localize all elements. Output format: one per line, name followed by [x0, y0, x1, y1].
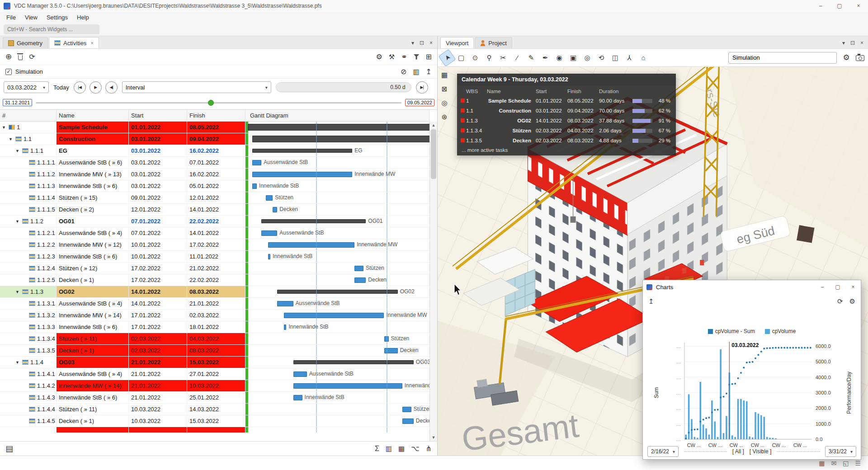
task-row[interactable]: 1.1.2.4Stützen ( » 12)17.02.202221.02.20… — [0, 263, 429, 274]
sum-icon[interactable]: Σ — [375, 445, 379, 452]
task-row[interactable]: 1.1.3.2Innenwände MW ( » 14)17.01.202202… — [0, 310, 429, 321]
gantt-bar[interactable] — [268, 254, 270, 259]
expand-arrow-icon[interactable]: ▼ — [15, 290, 20, 294]
task-row-partial[interactable] — [0, 427, 429, 432]
gantt-bar[interactable] — [266, 195, 273, 201]
gantt-bar[interactable] — [252, 149, 352, 153]
float-panel-icon[interactable]: ⊡ — [420, 40, 424, 46]
task-row[interactable]: ▼1.1.2OG0107.01.202222.02.2022OG01 — [0, 216, 429, 227]
minimize-button[interactable]: – — [811, 0, 830, 12]
box-select-icon[interactable]: ▢ — [455, 52, 467, 64]
expand-arrow-icon[interactable]: ▼ — [15, 219, 20, 224]
task-row[interactable]: ▼1.1.1EG03.01.202216.02.2022EG — [0, 145, 429, 157]
task-row[interactable]: 1.1.1.2Innenwände MW ( » 13)03.01.202216… — [0, 169, 429, 180]
expand-arrow-icon[interactable]: ▼ — [2, 125, 7, 130]
crossed-box-icon[interactable]: ⊠ — [442, 85, 448, 92]
org-chart-icon[interactable]: ⋔ — [426, 445, 432, 452]
step-back-button[interactable]: ◀| — [105, 81, 118, 94]
menu-help[interactable]: Help — [72, 14, 94, 21]
screenshot-camera-icon[interactable] — [856, 55, 864, 61]
column-header-start[interactable]: Start — [129, 110, 187, 121]
gantt-bar[interactable] — [277, 290, 397, 294]
gantt-bar[interactable] — [293, 383, 402, 389]
tab-activities[interactable]: Activities × — [49, 37, 99, 48]
scroll-down-icon[interactable]: ▼ — [430, 435, 437, 440]
more-active-tasks-link[interactable]: ... more active tasks — [461, 146, 672, 153]
close-panel-icon[interactable]: × — [429, 40, 433, 46]
float-panel-icon[interactable]: ⊡ — [850, 40, 855, 46]
block-icon[interactable]: ⊘ — [401, 68, 406, 75]
gantt-bar[interactable] — [354, 277, 366, 283]
scrollbar-thumb[interactable] — [431, 129, 436, 179]
chart-settings-gear-icon[interactable]: ⚙ — [849, 298, 855, 305]
task-row[interactable]: ▼1Sample Schedule01.01.202208.05.2022 — [0, 122, 429, 133]
interval-select[interactable]: Interval ▾ — [122, 81, 271, 93]
tab-project[interactable]: Project — [475, 37, 512, 48]
tray-menu-icon[interactable]: ☰ — [855, 460, 861, 466]
gantt-bar[interactable] — [252, 172, 352, 177]
cut-scissors-icon[interactable]: ✂ — [497, 52, 509, 64]
gantt-bar[interactable] — [268, 242, 354, 248]
gantt-bar[interactable] — [354, 266, 363, 271]
add-icon[interactable]: ⊕ — [5, 53, 12, 61]
calendar-task-row[interactable]: 1.1.3OG0214.01.202208.03.202237.88 days9… — [461, 116, 672, 126]
home-view-icon[interactable]: ⌂ — [637, 52, 649, 64]
calendar-task-row[interactable]: 1.1Construction03.01.202209.04.202270.00… — [461, 106, 672, 116]
section-plane-icon[interactable]: ◫ — [609, 52, 621, 64]
select-cursor-icon[interactable]: ➤ — [439, 49, 455, 66]
gantt-bar[interactable] — [284, 313, 384, 318]
gear-circle-icon[interactable]: ⊛ — [442, 113, 448, 120]
mini-table-icon[interactable]: ▦ — [441, 71, 448, 78]
zoom-icon[interactable]: ⊙ — [469, 52, 481, 64]
menu-file[interactable]: File — [2, 14, 20, 21]
gantt-bar[interactable] — [402, 418, 414, 424]
timeline-slider[interactable] — [36, 97, 401, 108]
column-header-name[interactable]: Name — [57, 110, 129, 121]
minimize-button[interactable]: – — [815, 280, 830, 294]
today-button[interactable]: Today — [53, 84, 69, 91]
gantt-bar[interactable] — [261, 230, 277, 236]
trash-icon[interactable] — [18, 55, 23, 60]
task-row[interactable]: 1.1.3.3Innenwände StB ( » 6)17.01.202218… — [0, 321, 429, 333]
menu-settings[interactable]: Settings — [42, 14, 72, 21]
chart-column-icon[interactable]: ▥ — [413, 68, 419, 75]
link-icon[interactable]: ⚭ — [401, 53, 407, 61]
simulation-checkbox[interactable]: ✓ — [5, 69, 12, 75]
widget-search-input[interactable] — [4, 24, 99, 34]
pen-icon[interactable]: ✎ — [525, 52, 537, 64]
export-chart-icon[interactable]: ↥ — [648, 298, 654, 305]
skip-start-button[interactable]: |◀ — [74, 81, 86, 94]
task-row[interactable]: 1.1.2.3Innenwände StB ( » 6)10.01.202211… — [0, 251, 429, 263]
task-row[interactable]: 1.1.1.4Stützen ( » 15)09.01.202212.01.20… — [0, 192, 429, 204]
camera-view-icon[interactable]: ▣ — [567, 52, 579, 64]
orbit-icon[interactable]: ⟲ — [595, 52, 607, 64]
tools-wrench-icon[interactable]: ⚒ — [389, 53, 395, 60]
tree-icon[interactable]: ⌥ — [411, 445, 419, 452]
table-scrollbar[interactable]: ▲ ▼ — [429, 122, 437, 441]
step-forward-button[interactable]: ▶| — [416, 81, 428, 94]
refresh-icon[interactable]: ⟳ — [29, 53, 35, 61]
pin-icon[interactable]: ⚲ — [483, 52, 495, 64]
tab-geometry[interactable]: Geometry — [3, 37, 48, 48]
timeline-slider-handle[interactable] — [208, 100, 214, 106]
simulation-date-select[interactable]: 03.03.2022 ▾ — [4, 81, 49, 93]
task-row[interactable]: 1.1.3.1Aussenwände StB ( » 4)14.01.20222… — [0, 298, 429, 310]
add-column-icon[interactable]: ⊞ — [426, 53, 432, 61]
gantt-bar[interactable] — [293, 360, 414, 364]
task-row[interactable]: 1.1.4.5Decken ( » 1)10.03.202215.03.2022… — [0, 415, 429, 427]
close-button[interactable]: × — [845, 280, 861, 294]
task-row[interactable]: 1.1.2.2Innenwände MW ( » 12)10.01.202217… — [0, 239, 429, 251]
column-header-finish[interactable]: Finish — [187, 110, 245, 121]
expand-arrow-icon[interactable]: ▼ — [15, 149, 20, 153]
viewport-settings-gear-icon[interactable]: ⚙ — [840, 52, 852, 64]
target-icon[interactable]: ◎ — [442, 99, 448, 106]
task-row[interactable]: ▼1.1.3OG0214.01.202208.03.2022OG02 — [0, 286, 429, 298]
tab-list-dropdown-icon[interactable]: ▾ — [411, 40, 414, 46]
task-row[interactable]: 1.1.4.1Aussenwände StB ( » 4)21.01.20222… — [0, 368, 429, 380]
task-row[interactable]: ▼1.1Construction03.01.202209.04.2022 — [0, 133, 429, 145]
calendar-task-row[interactable]: 1.1.3.4Stützen02.03.202204.03.20222.06 d… — [461, 126, 672, 136]
slice-icon[interactable]: ∕ — [511, 52, 523, 64]
gantt-bar[interactable] — [248, 124, 429, 131]
gantt-bar[interactable] — [277, 301, 293, 306]
step-size-control[interactable]: 0.50 d — [276, 82, 411, 92]
